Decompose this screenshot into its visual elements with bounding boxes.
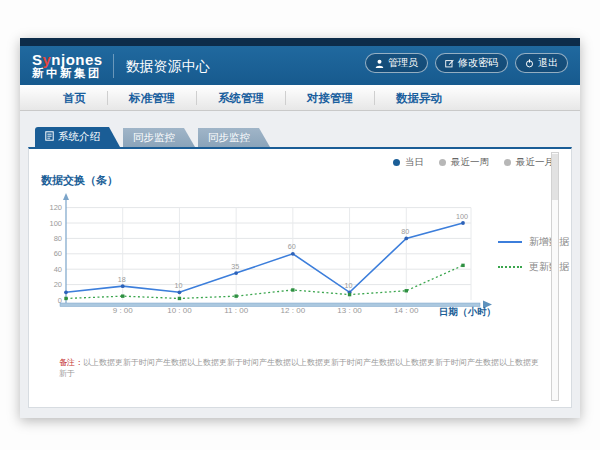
nav-item-system-mgmt[interactable]: 系统管理 xyxy=(197,91,286,105)
svg-text:10: 10 xyxy=(345,281,353,290)
svg-text:80: 80 xyxy=(54,234,62,243)
solid-line-swatch-icon xyxy=(498,241,522,243)
nav-item-interface-mgmt[interactable]: 对接管理 xyxy=(286,91,375,105)
footnote-prefix: 备注： xyxy=(59,358,83,367)
svg-text:11 : 00: 11 : 00 xyxy=(224,306,248,315)
svg-text:80: 80 xyxy=(401,227,409,236)
svg-text:10: 10 xyxy=(174,281,182,290)
footnote: 备注：以上数据更新于时间产生数据以上数据更新于时间产生数据以上数据更新于时间产生… xyxy=(59,357,545,379)
radio-unselected-icon xyxy=(504,159,511,166)
filter-last-week[interactable]: 最近一周 xyxy=(439,156,489,169)
svg-text:18: 18 xyxy=(118,275,126,284)
svg-text:20: 20 xyxy=(54,280,62,289)
window-top-strip xyxy=(20,38,580,46)
radio-selected-icon xyxy=(393,159,400,166)
svg-text:日期（小时）: 日期（小时） xyxy=(439,306,496,318)
app-window: Synjones 新中新集团 数据资源中心 管理员 修改密码 xyxy=(20,38,580,418)
logout-button[interactable]: 退出 xyxy=(515,53,568,73)
nav-item-data-change[interactable]: 数据异动 xyxy=(375,91,463,105)
svg-text:120: 120 xyxy=(49,203,62,212)
page-title: 数据资源中心 xyxy=(126,58,210,76)
logo-subtext: 新中新集团 xyxy=(32,67,103,79)
document-icon xyxy=(45,131,54,143)
logo-text: Synjones xyxy=(32,52,103,68)
panel-scrollbar[interactable] xyxy=(551,152,559,401)
tab-sync-monitor-1[interactable]: 同步监控 xyxy=(123,128,195,147)
svg-text:60: 60 xyxy=(54,249,62,258)
app-header: Synjones 新中新集团 数据资源中心 管理员 修改密码 xyxy=(20,46,580,85)
svg-text:14 : 00: 14 : 00 xyxy=(394,306,419,315)
header-divider xyxy=(113,54,114,78)
svg-text:100: 100 xyxy=(49,219,62,228)
main-nav: 首页 标准管理 系统管理 对接管理 数据异动 xyxy=(20,85,580,111)
scrollbar-thumb[interactable] xyxy=(552,154,558,200)
dotted-line-swatch-icon xyxy=(498,266,522,268)
nav-item-home[interactable]: 首页 xyxy=(42,91,108,105)
change-password-button[interactable]: 修改密码 xyxy=(435,53,508,73)
line-chart: 0204060801001209 : 0010 : 0011 : 0012 : … xyxy=(46,192,498,342)
content-area: 系统介绍 同步监控 同步监控 当日 最近一周 xyxy=(20,111,580,418)
nav-item-standard-mgmt[interactable]: 标准管理 xyxy=(108,91,197,105)
svg-text:60: 60 xyxy=(288,242,296,251)
user-icon xyxy=(375,59,384,68)
edit-icon xyxy=(445,59,454,68)
tab-system-intro[interactable]: 系统介绍 xyxy=(35,127,120,147)
svg-text:100: 100 xyxy=(456,212,468,221)
tab-bar: 系统介绍 同步监控 同步监控 xyxy=(35,127,270,147)
filter-today[interactable]: 当日 xyxy=(393,156,424,169)
chart-panel: 当日 最近一周 最近一月 数据交换（条） 0204060801001209 : … xyxy=(28,147,572,408)
header-actions: 管理员 修改密码 退出 xyxy=(365,53,568,73)
tab-sync-monitor-2[interactable]: 同步监控 xyxy=(198,128,270,147)
y-axis-title: 数据交换（条） xyxy=(41,173,118,188)
svg-text:35: 35 xyxy=(231,262,239,271)
svg-text:13 : 00: 13 : 00 xyxy=(337,306,362,315)
time-range-filters: 当日 最近一周 最近一月 xyxy=(393,156,554,169)
company-logo: Synjones 新中新集团 xyxy=(32,52,103,80)
svg-text:10 : 00: 10 : 00 xyxy=(167,306,192,315)
filter-last-month[interactable]: 最近一月 xyxy=(504,156,554,169)
footnote-text: 以上数据更新于时间产生数据以上数据更新于时间产生数据以上数据更新于时间产生数据以… xyxy=(59,358,539,378)
svg-text:9 : 00: 9 : 00 xyxy=(113,306,134,315)
svg-text:12 : 00: 12 : 00 xyxy=(281,306,306,315)
svg-text:40: 40 xyxy=(54,265,62,274)
admin-user-button[interactable]: 管理员 xyxy=(365,53,428,73)
radio-unselected-icon xyxy=(439,159,446,166)
power-icon xyxy=(525,59,534,68)
